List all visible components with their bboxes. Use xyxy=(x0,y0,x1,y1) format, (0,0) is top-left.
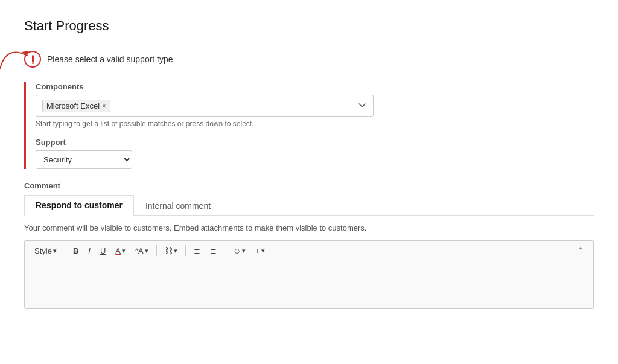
bold-button[interactable]: B xyxy=(69,244,82,257)
page-container: Start Progress Please select a valid sup… xyxy=(0,0,618,364)
tab-respond-to-customer[interactable]: Respond to customer xyxy=(24,195,134,216)
page-title: Start Progress xyxy=(24,18,594,34)
toolbar-sep-3 xyxy=(185,245,186,256)
font-size-button[interactable]: ᵃA ▾ xyxy=(132,244,152,257)
comment-section: Comment Respond to customer Internal com… xyxy=(24,181,594,309)
support-group: Support Security General Bug Feature xyxy=(36,138,594,169)
components-group: Components Microsoft Excel × Start typin… xyxy=(36,82,594,128)
unordered-list-button[interactable]: ≣ xyxy=(206,244,220,257)
form-section: Components Microsoft Excel × Start typin… xyxy=(24,82,594,169)
error-icon xyxy=(24,51,41,68)
font-color-chevron-icon: ▾ xyxy=(122,247,126,255)
style-label: Style xyxy=(34,246,52,255)
unordered-list-icon: ≣ xyxy=(210,246,217,255)
font-color-button[interactable]: A ▾ xyxy=(112,244,129,257)
support-select[interactable]: Security General Bug Feature xyxy=(36,150,132,169)
ordered-list-button[interactable]: ≣ xyxy=(190,244,204,257)
italic-button[interactable]: I xyxy=(84,244,94,257)
editor-toolbar: Style ▾ B I U A ▾ ᵃA ▾ ⛓ ▾ ≣ xyxy=(24,240,594,261)
components-select[interactable]: Microsoft Excel × xyxy=(36,95,374,117)
style-button[interactable]: Style ▾ xyxy=(31,244,60,257)
emoji-chevron-icon: ▾ xyxy=(242,247,246,255)
toolbar-sep-2 xyxy=(156,245,157,256)
tag-close-icon[interactable]: × xyxy=(102,102,106,109)
editor-area[interactable] xyxy=(24,261,594,309)
editor-hint: Your comment will be visible to customer… xyxy=(24,222,594,234)
underline-button[interactable]: U xyxy=(97,244,109,257)
toolbar-sep-1 xyxy=(65,245,65,256)
emoji-icon: ☺ xyxy=(233,246,241,255)
toolbar-sep-4 xyxy=(225,245,225,256)
alert-row: Please select a valid support type. xyxy=(24,51,594,68)
link-button[interactable]: ⛓ ▾ xyxy=(161,244,181,257)
tag-text: Microsoft Excel xyxy=(46,101,100,110)
components-tag[interactable]: Microsoft Excel × xyxy=(42,100,110,112)
support-label: Support xyxy=(36,138,594,147)
tabs-row: Respond to customer Internal comment xyxy=(24,195,594,216)
emoji-button[interactable]: ☺ ▾ xyxy=(229,244,249,257)
collapse-icon: ⌃ xyxy=(578,246,584,255)
tab-internal-comment[interactable]: Internal comment xyxy=(134,195,222,216)
components-chevron-icon[interactable] xyxy=(357,101,367,110)
add-chevron-icon: ▾ xyxy=(261,247,265,255)
components-label: Components xyxy=(36,82,594,91)
font-size-label: ᵃA xyxy=(135,246,144,255)
font-color-label: A xyxy=(115,246,121,255)
components-inner: Microsoft Excel × xyxy=(42,100,357,112)
ordered-list-icon: ≣ xyxy=(194,246,200,255)
font-size-chevron-icon: ▾ xyxy=(145,247,148,255)
style-chevron-icon: ▾ xyxy=(53,247,57,255)
add-icon: + xyxy=(255,246,260,255)
comment-label: Comment xyxy=(24,181,594,190)
alert-text: Please select a valid support type. xyxy=(47,54,175,64)
link-icon: ⛓ xyxy=(165,246,173,255)
collapse-button[interactable]: ⌃ xyxy=(574,244,587,257)
link-chevron-icon: ▾ xyxy=(174,247,177,255)
add-button[interactable]: + ▾ xyxy=(252,244,269,257)
components-hint: Start typing to get a list of possible m… xyxy=(36,120,594,128)
